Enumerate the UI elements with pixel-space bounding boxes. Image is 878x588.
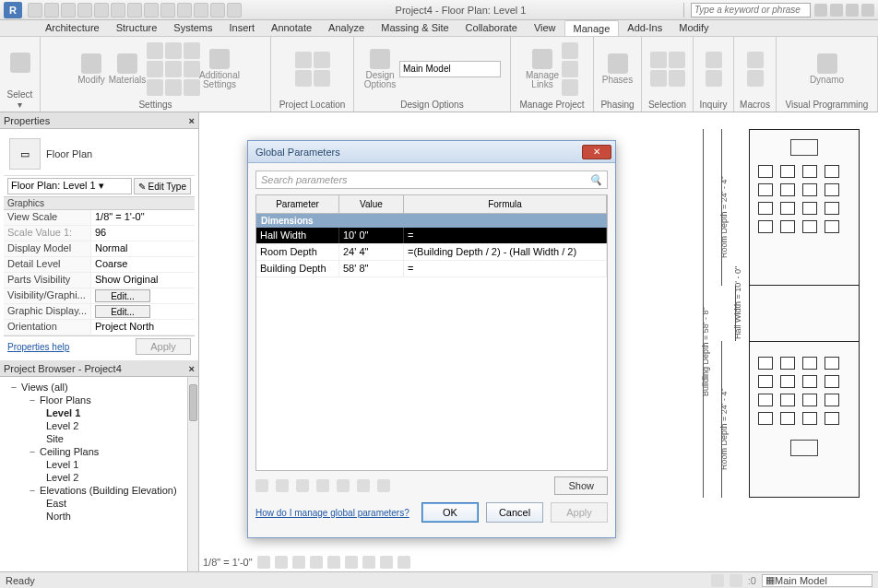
move-down-icon[interactable] — [337, 479, 350, 492]
qat-button[interactable] — [127, 3, 142, 18]
settings-small-button[interactable] — [184, 42, 200, 59]
qat-button[interactable] — [77, 3, 92, 18]
property-row[interactable]: OrientationProject North — [4, 320, 195, 335]
app-menu-button[interactable]: R — [4, 2, 22, 18]
edit-button[interactable]: Edit... — [95, 305, 150, 318]
dynamo-button[interactable]: Dynamo — [811, 44, 844, 94]
design-options-button[interactable]: Design Options — [363, 44, 397, 94]
instance-selector[interactable]: Floor Plan: Level 1 ▾ — [7, 178, 132, 194]
macro-security-button[interactable] — [747, 70, 764, 87]
tree-item[interactable]: Level 2 — [4, 419, 195, 432]
param-formula-cell[interactable]: = — [404, 228, 607, 243]
edit-icon[interactable] — [255, 479, 268, 492]
sort-asc-icon[interactable] — [357, 479, 370, 492]
properties-apply-button[interactable]: Apply — [136, 338, 191, 355]
property-value[interactable]: Project North — [91, 320, 195, 335]
tree-item[interactable]: Level 2 — [4, 471, 195, 484]
ribbon-tab-add-ins[interactable]: Add-Ins — [619, 20, 670, 36]
tree-item[interactable]: − Elevations (Building Elevation) — [4, 484, 195, 497]
property-row[interactable]: View Scale1/8" = 1'-0" — [4, 210, 195, 226]
reveal-hidden-icon[interactable] — [380, 556, 393, 569]
parameter-row[interactable]: Room Depth24' 4"=(Building Depth / 2) - … — [256, 244, 607, 261]
property-value[interactable]: Normal — [91, 241, 195, 256]
ribbon-tab-analyze[interactable]: Analyze — [320, 20, 373, 36]
param-name-cell[interactable]: Room Depth — [256, 244, 339, 260]
settings-small-button[interactable] — [184, 61, 200, 77]
param-formula-cell[interactable]: = — [404, 261, 607, 276]
qat-button[interactable] — [94, 3, 109, 18]
modify-button[interactable]: Modify — [75, 44, 108, 94]
property-value[interactable]: Edit... — [91, 288, 195, 303]
param-name-cell[interactable]: Building Depth — [256, 261, 339, 276]
ribbon-tab-annotate[interactable]: Annotate — [263, 20, 320, 36]
ids-button[interactable] — [706, 52, 722, 68]
parameter-row[interactable]: Building Depth58' 8"= — [256, 261, 607, 277]
close-icon[interactable]: × — [189, 115, 195, 126]
settings-small-button[interactable] — [165, 42, 182, 59]
param-value-cell[interactable]: 10' 0" — [339, 228, 404, 243]
sun-path-icon[interactable] — [292, 556, 305, 569]
coordinates-button[interactable] — [314, 52, 330, 68]
ribbon-tab-manage[interactable]: Manage — [564, 20, 620, 36]
qat-button[interactable] — [144, 3, 159, 18]
property-value[interactable]: 96 — [91, 226, 195, 241]
tree-item[interactable]: North — [4, 510, 195, 523]
tree-item[interactable]: Level 1 — [4, 458, 195, 471]
qat-button[interactable] — [160, 3, 175, 18]
settings-small-button[interactable] — [147, 61, 163, 77]
ribbon-tab-architecture[interactable]: Architecture — [37, 20, 108, 36]
properties-palette-header[interactable]: Properties × — [0, 112, 198, 129]
properties-group-header[interactable]: Graphics — [4, 196, 195, 210]
selection-button[interactable] — [650, 70, 667, 87]
crop-icon[interactable] — [327, 556, 340, 569]
property-value[interactable]: 1/8" = 1'-0" — [91, 210, 195, 225]
qat-button[interactable] — [44, 3, 59, 18]
tree-item[interactable]: − Ceiling Plans — [4, 445, 195, 458]
phases-button[interactable]: Phases — [601, 44, 635, 94]
properties-help-link[interactable]: Properties help — [7, 342, 69, 352]
col-formula[interactable]: Formula — [404, 195, 607, 213]
starting-view-button[interactable] — [562, 79, 578, 96]
show-crop-icon[interactable] — [345, 556, 358, 569]
close-icon[interactable]: × — [189, 363, 195, 374]
move-up-icon[interactable] — [316, 479, 329, 492]
edit-button[interactable]: Edit... — [95, 289, 150, 302]
qat-button[interactable] — [61, 3, 76, 18]
temp-hide-icon[interactable] — [362, 556, 375, 569]
tree-item[interactable]: Site — [4, 432, 195, 445]
qat-button[interactable] — [194, 3, 208, 18]
manage-images-button[interactable] — [562, 42, 578, 59]
shared-button[interactable] — [314, 70, 330, 87]
macro-manager-button[interactable] — [747, 52, 764, 68]
project-browser-header[interactable]: Project Browser - Project4 × — [0, 360, 198, 377]
qat-button[interactable] — [227, 3, 242, 18]
help-icon[interactable] — [861, 4, 874, 17]
design-option-combo[interactable]: Main Model — [399, 61, 501, 77]
worksets-icon[interactable] — [711, 574, 724, 587]
type-selector[interactable]: ▭ Floor Plan — [4, 133, 195, 175]
dialog-title-bar[interactable]: Global Parameters ✕ — [248, 141, 615, 163]
property-row[interactable]: Scale Value 1:96 — [4, 226, 195, 241]
param-formula-cell[interactable]: =(Building Depth / 2) - (Hall Width / 2) — [404, 244, 607, 260]
apply-button[interactable]: Apply — [551, 502, 608, 523]
qat-button[interactable] — [111, 3, 125, 18]
scrollbar[interactable] — [187, 377, 198, 571]
property-value[interactable]: Edit... — [91, 304, 195, 319]
sort-desc-icon[interactable] — [377, 479, 390, 492]
property-value[interactable]: Show Original — [91, 273, 195, 288]
warnings-button[interactable] — [706, 70, 722, 87]
settings-small-button[interactable] — [147, 42, 163, 59]
property-row[interactable]: Display ModelNormal — [4, 241, 195, 257]
ribbon-tab-view[interactable]: View — [526, 20, 564, 36]
decal-button[interactable] — [562, 61, 578, 77]
location-button[interactable] — [295, 52, 312, 68]
shadows-icon[interactable] — [310, 556, 323, 569]
design-options-status[interactable]: ▦ Main Model — [762, 574, 872, 587]
param-value-cell[interactable]: 58' 8" — [339, 261, 404, 276]
infocenter-search-input[interactable] — [691, 3, 811, 18]
ribbon-tab-massing-site[interactable]: Massing & Site — [373, 20, 457, 36]
tree-item[interactable]: − Views (all) — [4, 381, 195, 394]
position-button[interactable] — [295, 70, 312, 87]
property-value[interactable]: Coarse — [91, 257, 195, 272]
ribbon-tab-insert[interactable]: Insert — [221, 20, 264, 36]
